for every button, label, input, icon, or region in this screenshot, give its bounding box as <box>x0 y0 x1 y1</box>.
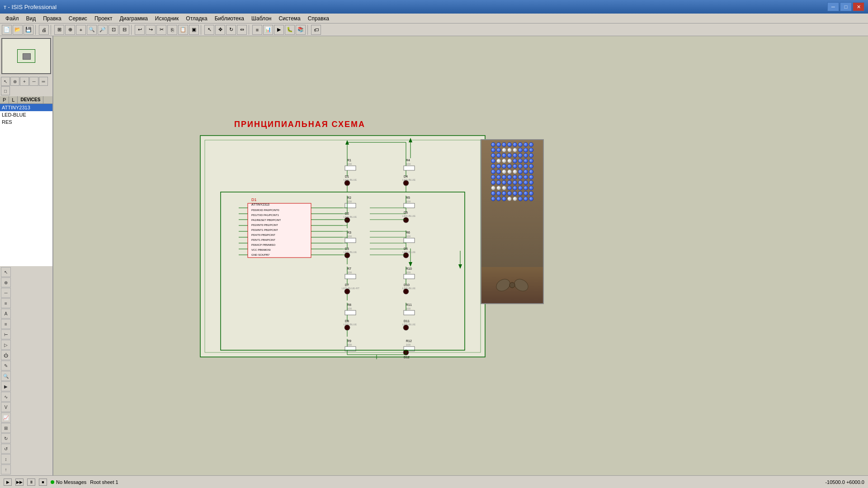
bus-tool[interactable]: ═ <box>39 77 48 86</box>
bead <box>518 148 523 152</box>
tab-l[interactable]: L <box>9 96 18 103</box>
component-tool[interactable]: ⊕ <box>10 77 19 86</box>
mode-subcircuit[interactable]: ⊞ <box>1 423 11 433</box>
move-button[interactable]: ✥ <box>215 25 225 35</box>
svg-text:100: 100 <box>406 343 411 346</box>
svg-text:R1: R1 <box>347 159 351 162</box>
mode-bus[interactable]: ≡ <box>1 319 11 329</box>
menu-[interactable]: Исходник <box>151 14 182 23</box>
svg-text:D11: D11 <box>404 319 410 323</box>
open-button[interactable]: 📂 <box>13 25 23 35</box>
netlist-button[interactable]: ≡ <box>252 25 262 35</box>
minimize-button[interactable]: ─ <box>827 2 839 11</box>
menu-[interactable]: Система <box>275 14 304 23</box>
zoom-out-button[interactable]: 🔎 <box>98 25 108 35</box>
sub-circuit-tool[interactable]: □ <box>1 86 10 95</box>
svg-text:R8: R8 <box>347 303 351 306</box>
mirror-button[interactable]: ⇔ <box>237 25 247 35</box>
play-button[interactable]: ▶ <box>4 479 12 486</box>
mode-probe[interactable]: 🔍 <box>1 371 11 381</box>
tab-p[interactable]: P <box>0 96 9 103</box>
maximize-button[interactable]: □ <box>840 2 852 11</box>
zoom-fit-button[interactable]: ⊡ <box>108 25 118 35</box>
svg-text:100: 100 <box>406 235 411 238</box>
pause-button[interactable]: ⏸ <box>27 479 35 486</box>
bead <box>518 159 523 163</box>
menu-[interactable]: Отладка <box>182 14 211 23</box>
menu-[interactable]: Вид <box>23 14 40 23</box>
junction-tool[interactable]: + <box>20 77 29 86</box>
library-button[interactable]: 📚 <box>296 25 306 35</box>
save-button[interactable]: 💾 <box>24 25 33 35</box>
mode-text[interactable]: A <box>1 309 11 319</box>
mode-graph[interactable]: 📈 <box>1 413 11 422</box>
bead <box>502 153 506 158</box>
add-button[interactable]: + <box>76 25 86 35</box>
bead <box>518 164 523 169</box>
play-step-button[interactable]: ▶▶ <box>15 479 24 486</box>
print-button[interactable]: 🖨 <box>39 25 49 35</box>
bead <box>518 197 523 201</box>
origin-button[interactable]: ⊕ <box>65 25 75 35</box>
device-led-blue[interactable]: LED-BLUE <box>0 111 52 118</box>
mode-terminal[interactable]: ⊢ <box>1 329 11 339</box>
svg-text:R5: R5 <box>406 196 410 199</box>
select-button[interactable]: ↖ <box>204 25 214 35</box>
bead <box>529 159 533 163</box>
menu-[interactable]: Диаграмма <box>116 14 151 23</box>
canvas-area[interactable]: ПРИНЦИПИАЛЬНАЯ СХЕМА <box>53 36 868 475</box>
device-res[interactable]: RES <box>0 118 52 126</box>
bead <box>502 164 506 169</box>
mode-generator[interactable]: ∿ <box>1 392 11 402</box>
mode-voltage[interactable]: V <box>1 402 11 412</box>
grid-button[interactable]: ⊞ <box>54 25 64 35</box>
bom-button[interactable]: 📊 <box>263 25 273 35</box>
zoom-in-button[interactable]: 🔍 <box>87 25 97 35</box>
menu-[interactable]: Справка <box>304 14 333 23</box>
paste-button[interactable]: 📋 <box>178 25 188 35</box>
menu-[interactable]: Правка <box>39 14 65 23</box>
svg-text:D10: D10 <box>404 283 410 286</box>
bead-silver <box>502 159 506 163</box>
wire-tool[interactable]: ─ <box>29 77 38 86</box>
undo-button[interactable]: ↩ <box>135 25 145 35</box>
pointer-tool[interactable]: ↖ <box>1 77 10 86</box>
device-attiny2313[interactable]: ATTINY2313 <box>0 104 52 111</box>
svg-rect-48 <box>345 166 356 170</box>
mode-power[interactable]: ⏻ <box>1 350 11 360</box>
zoom-rotate-cw[interactable]: ↻ <box>1 433 11 443</box>
sim-button[interactable]: ▶ <box>274 25 284 35</box>
menu-[interactable]: Проект <box>91 14 116 23</box>
zoom-area-button[interactable]: ⊟ <box>119 25 129 35</box>
shoe-top <box>481 140 543 267</box>
menu-[interactable]: Файл <box>2 14 23 23</box>
mode-port[interactable]: ▷ <box>1 340 11 350</box>
menu-[interactable]: Шаблон <box>248 14 275 23</box>
mode-component[interactable]: ⊕ <box>1 277 11 287</box>
cut-button[interactable]: ✂ <box>156 25 166 35</box>
mode-draw[interactable]: ✎ <box>1 361 11 371</box>
block-button[interactable]: ▣ <box>189 25 199 35</box>
new-button[interactable]: 📄 <box>2 25 12 35</box>
annotation-button[interactable]: 🏷 <box>311 25 321 35</box>
redo-button[interactable]: ↪ <box>146 25 156 35</box>
menu-[interactable]: Сервис <box>65 14 91 23</box>
mode-net[interactable]: ≡ <box>1 298 11 308</box>
tab-devices[interactable]: DEVICES <box>18 96 43 103</box>
svg-text:D4: D4 <box>404 175 408 178</box>
stop-button[interactable]: ■ <box>39 479 47 486</box>
svg-text:PD6/ICP    PB5/MISO: PD6/ICP PB5/MISO <box>251 244 276 246</box>
debug-button[interactable]: 🐛 <box>285 25 295 35</box>
close-button[interactable]: ✕ <box>853 2 864 11</box>
copy-button[interactable]: ⎘ <box>167 25 177 35</box>
zoom-rotate-ccw[interactable]: ↺ <box>1 444 11 454</box>
svg-text:GND        SCK/PB7: GND SCK/PB7 <box>251 253 270 256</box>
svg-text:D12: D12 <box>404 356 410 359</box>
mirror-x[interactable]: ↕ <box>1 454 11 464</box>
up-arrow[interactable]: ↑ <box>1 465 11 474</box>
mode-select[interactable]: ↖ <box>1 267 11 277</box>
rotate-button[interactable]: ↻ <box>226 25 236 35</box>
menu-[interactable]: Библиотека <box>211 14 248 23</box>
mode-wire[interactable]: ─ <box>1 288 11 298</box>
mode-tape[interactable]: ▶ <box>1 381 11 391</box>
